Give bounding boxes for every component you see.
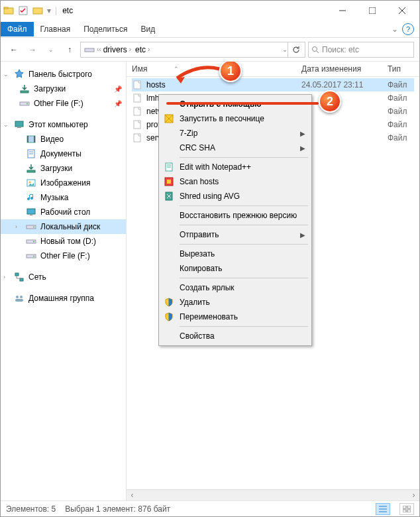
context-menu-item[interactable]: Восстановить прежнюю версию: [161, 208, 309, 223]
context-menu-item[interactable]: Запустить в песочнице: [161, 111, 309, 126]
context-menu-item[interactable]: Вырезать: [161, 247, 309, 261]
annotation-arrow-1: [172, 65, 223, 85]
context-menu-item[interactable]: Edit with Notepad++: [161, 160, 309, 174]
context-menu-separator: [180, 326, 308, 327]
svg-point-32: [33, 256, 34, 257]
search-icon: [311, 46, 319, 54]
search-input[interactable]: Поиск: etc: [308, 42, 414, 58]
context-menu-item[interactable]: CRC SHA ▶: [161, 141, 309, 155]
sidebar-item[interactable]: Видео: [1, 132, 126, 146]
col-date[interactable]: Дата изменения: [301, 64, 388, 74]
context-menu-item[interactable]: Свойства: [161, 329, 309, 343]
sidebar-item[interactable]: Other File (F:)📌: [1, 96, 126, 111]
svg-rect-18: [34, 136, 35, 143]
scroll-right[interactable]: ›: [408, 490, 419, 501]
sidebar-item[interactable]: Other File (F:): [1, 249, 126, 263]
tab-share[interactable]: Поделиться: [77, 22, 134, 36]
svg-rect-46: [167, 180, 171, 184]
svg-rect-33: [15, 273, 19, 276]
content-pane: Имя⌃ Дата изменения Тип hosts 24.05.2017…: [127, 62, 419, 500]
status-bar: Элементов: 5 Выбран 1 элемент: 876 байт: [1, 500, 419, 516]
svg-rect-3: [33, 8, 42, 14]
computer-icon: [14, 119, 25, 130]
svg-rect-8: [85, 48, 94, 52]
refresh-button[interactable]: [288, 42, 303, 58]
svg-rect-52: [407, 506, 411, 508]
context-menu-item[interactable]: Создать ярлык: [161, 280, 309, 295]
ribbon: Файл Главная Поделиться Вид ⌄ ?: [1, 21, 419, 38]
properties-icon[interactable]: [18, 5, 28, 16]
sidebar-quick-access[interactable]: ⌄ Панель быстрого: [1, 67, 126, 82]
view-icons-button[interactable]: [399, 503, 414, 515]
network-icon: [14, 272, 25, 282]
context-menu-separator: [180, 205, 308, 206]
breadcrumb-dropdown[interactable]: ⌄: [282, 46, 288, 53]
sidebar-item[interactable]: Новый том (D:): [1, 234, 126, 249]
sidebar-item[interactable]: Загрузки📌: [1, 82, 126, 96]
svg-rect-41: [134, 121, 140, 129]
help-button[interactable]: ?: [402, 23, 414, 35]
svg-rect-37: [15, 299, 23, 302]
context-menu-item[interactable]: 7-Zip ▶: [161, 126, 309, 141]
annotation-line-2: [166, 102, 319, 105]
sidebar-item[interactable]: Загрузки: [1, 161, 126, 176]
svg-rect-14: [15, 121, 23, 127]
sidebar-homegroup[interactable]: Домашняя группа: [1, 291, 126, 306]
breadcrumb-seg[interactable]: drivers: [103, 45, 127, 54]
sidebar-item[interactable]: Музыка: [1, 190, 126, 205]
sidebar-item[interactable]: Документы: [1, 146, 126, 161]
status-count: Элементов: 5: [6, 504, 56, 514]
context-menu-separator: [180, 278, 308, 278]
svg-rect-40: [134, 107, 140, 115]
breadcrumb[interactable]: ‹‹ drivers› etc› ⌄: [80, 42, 305, 58]
svg-rect-25: [27, 209, 35, 214]
forward-button[interactable]: →: [25, 42, 40, 58]
drive-icon: [84, 44, 95, 55]
svg-rect-17: [27, 136, 28, 143]
view-details-button[interactable]: [376, 503, 390, 515]
star-icon: [14, 69, 25, 80]
sidebar-item[interactable]: Изображения: [1, 176, 126, 190]
svg-rect-1: [4, 7, 8, 9]
svg-point-35: [16, 296, 19, 298]
recent-dropdown[interactable]: ⌄: [43, 42, 59, 58]
svg-line-10: [317, 51, 319, 53]
breadcrumb-seg[interactable]: etc: [135, 45, 146, 54]
column-headers[interactable]: Имя⌃ Дата изменения Тип: [127, 62, 419, 77]
context-menu-item[interactable]: Копировать: [161, 261, 309, 276]
maximize-button[interactable]: [357, 1, 387, 20]
scroll-left[interactable]: ‹: [127, 490, 138, 501]
search-placeholder: Поиск: etc: [322, 45, 359, 54]
tab-view[interactable]: Вид: [134, 22, 162, 36]
chevron-down-icon[interactable]: ⌄: [392, 25, 398, 34]
sidebar-this-pc[interactable]: ⌄ Этот компьютер: [1, 117, 126, 132]
minimize-button[interactable]: [327, 1, 357, 20]
sidebar-network[interactable]: › Сеть: [1, 270, 126, 284]
svg-rect-15: [17, 127, 21, 128]
context-menu-item[interactable]: Shred using AVG: [161, 189, 309, 203]
context-menu-item[interactable]: Переименовать: [161, 310, 309, 324]
context-menu-item[interactable]: Удалить: [161, 295, 309, 310]
tab-home[interactable]: Главная: [34, 22, 78, 36]
col-type[interactable]: Тип: [388, 64, 414, 74]
context-menu-separator: [180, 157, 308, 158]
svg-rect-54: [407, 510, 411, 512]
file-list: hosts 24.05.2017 23:11 Файл lmho 02 Файл…: [127, 77, 419, 489]
svg-point-36: [20, 296, 23, 298]
up-button[interactable]: ↑: [62, 42, 78, 58]
folder-small-icon: [32, 5, 43, 16]
svg-point-30: [33, 241, 34, 243]
col-name[interactable]: Имя: [132, 64, 147, 74]
context-menu-item[interactable]: Отправить ▶: [161, 227, 309, 242]
explorer-window: ▾ | etc Файл Главная Поделиться Вид ⌄ ? …: [0, 0, 420, 517]
close-button[interactable]: [387, 1, 417, 20]
svg-rect-22: [27, 170, 35, 172]
horizontal-scrollbar[interactable]: ‹ ›: [127, 489, 419, 500]
sidebar-item[interactable]: Рабочий стол: [1, 205, 126, 219]
context-menu-item[interactable]: Scan hosts: [161, 174, 309, 189]
tab-file[interactable]: Файл: [1, 22, 34, 36]
svg-rect-34: [20, 278, 23, 281]
sidebar-item[interactable]: ›Локальный диск: [1, 219, 126, 234]
back-button[interactable]: ←: [6, 42, 22, 58]
svg-point-28: [33, 227, 34, 228]
